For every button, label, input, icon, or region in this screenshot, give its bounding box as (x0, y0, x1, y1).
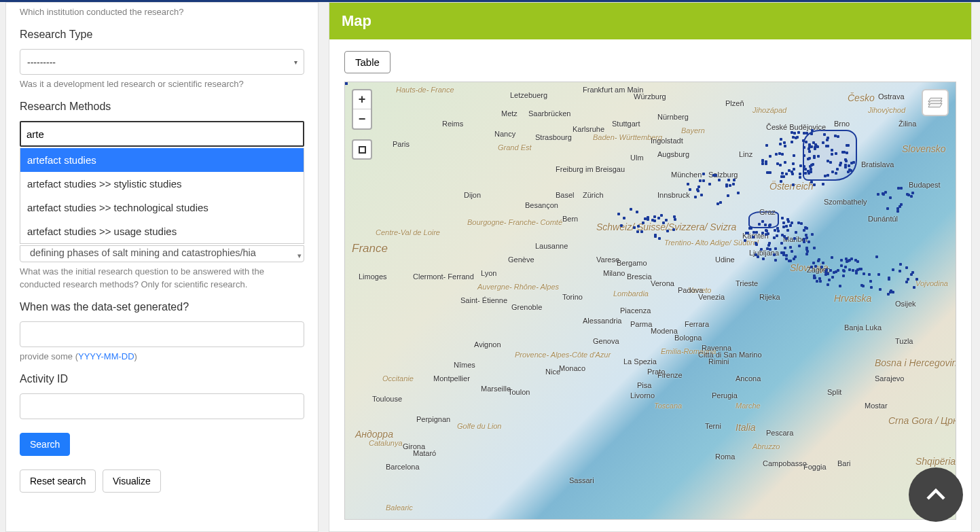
map-marker[interactable] (905, 281, 908, 283)
map-marker[interactable] (780, 180, 782, 183)
map-marker[interactable] (640, 230, 643, 233)
map-marker[interactable] (818, 258, 820, 261)
zoom-in-button[interactable]: + (353, 90, 371, 109)
map-marker[interactable] (848, 259, 851, 262)
map-marker[interactable] (822, 141, 824, 144)
map-marker[interactable] (805, 247, 808, 249)
map-marker[interactable] (852, 161, 855, 164)
map-marker[interactable] (850, 169, 852, 172)
map-marker[interactable] (702, 173, 705, 175)
map-marker[interactable] (847, 144, 850, 147)
map-marker[interactable] (817, 155, 820, 158)
map-marker[interactable] (824, 175, 827, 177)
map-marker[interactable] (788, 260, 791, 262)
map-marker[interactable] (762, 258, 765, 260)
map-marker[interactable] (882, 193, 885, 196)
map-marker[interactable] (795, 231, 797, 234)
map-marker[interactable] (637, 225, 640, 228)
map-marker[interactable] (769, 224, 772, 226)
map-marker[interactable] (805, 236, 808, 239)
fullscreen-button[interactable] (352, 139, 372, 160)
map-marker[interactable] (784, 247, 786, 249)
map-marker[interactable] (779, 143, 782, 145)
map-marker[interactable] (764, 224, 767, 226)
map-marker[interactable] (750, 227, 752, 230)
map-marker[interactable] (900, 203, 903, 206)
map-marker[interactable] (848, 268, 851, 271)
map-marker[interactable] (805, 234, 807, 236)
map-marker[interactable] (630, 208, 632, 211)
map-marker[interactable] (793, 132, 796, 135)
map-marker[interactable] (633, 226, 636, 229)
map-marker[interactable] (760, 248, 763, 251)
map-marker[interactable] (636, 230, 639, 233)
map-marker[interactable] (813, 274, 816, 277)
map-marker[interactable] (825, 268, 828, 271)
map-marker[interactable] (897, 187, 900, 190)
map-marker[interactable] (700, 194, 703, 196)
map-marker[interactable] (813, 247, 816, 249)
map-marker[interactable] (797, 131, 800, 134)
map-marker[interactable] (807, 172, 810, 175)
map-marker[interactable] (803, 241, 805, 243)
map-marker[interactable] (755, 231, 758, 234)
map-canvas[interactable]: + − FranceSchweiz/ Suisse/Svizzera/ Sviz… (344, 82, 956, 520)
zoom-out-button[interactable]: − (353, 109, 371, 128)
map-marker[interactable] (781, 153, 784, 156)
map-marker[interactable] (758, 223, 761, 226)
map-marker[interactable] (658, 237, 661, 240)
search-button[interactable]: Search (20, 433, 70, 456)
scroll-to-top-button[interactable] (909, 467, 963, 522)
map-marker[interactable] (789, 246, 792, 249)
map-marker[interactable] (800, 222, 803, 225)
map-marker[interactable] (822, 262, 824, 264)
map-marker[interactable] (825, 145, 828, 147)
visualize-button[interactable]: Visualize (103, 469, 161, 493)
map-marker[interactable] (699, 179, 702, 182)
map-marker[interactable] (733, 179, 736, 181)
map-marker[interactable] (757, 255, 759, 258)
map-marker[interactable] (687, 183, 689, 185)
map-marker[interactable] (804, 172, 807, 175)
map-marker[interactable] (766, 171, 769, 174)
map-marker[interactable] (773, 253, 776, 256)
map-marker[interactable] (653, 219, 656, 222)
map-marker[interactable] (840, 259, 843, 262)
map-marker[interactable] (899, 263, 902, 266)
map-marker[interactable] (844, 166, 847, 169)
map-marker[interactable] (911, 192, 914, 194)
map-marker[interactable] (869, 280, 872, 283)
map-marker[interactable] (811, 233, 814, 236)
map-marker[interactable] (769, 155, 772, 158)
map-marker[interactable] (767, 244, 770, 247)
map-marker[interactable] (665, 219, 668, 221)
map-marker[interactable] (822, 183, 824, 185)
map-marker[interactable] (805, 132, 808, 135)
map-marker[interactable] (769, 248, 772, 251)
map-marker[interactable] (856, 268, 859, 271)
map-marker[interactable] (793, 237, 796, 240)
map-marker[interactable] (780, 175, 783, 178)
map-marker[interactable] (792, 162, 795, 165)
map-marker[interactable] (813, 183, 816, 186)
map-marker[interactable] (899, 270, 901, 272)
map-marker[interactable] (765, 144, 768, 147)
map-marker[interactable] (785, 225, 788, 228)
map-marker[interactable] (852, 269, 854, 272)
map-marker[interactable] (855, 272, 858, 274)
map-marker[interactable] (910, 195, 913, 198)
map-marker[interactable] (837, 135, 839, 138)
map-marker[interactable] (828, 279, 831, 281)
map-marker[interactable] (813, 155, 816, 158)
map-marker[interactable] (799, 176, 801, 179)
map-marker[interactable] (783, 235, 786, 238)
map-marker[interactable] (911, 271, 914, 274)
map-marker[interactable] (732, 183, 735, 185)
map-marker[interactable] (657, 217, 660, 219)
map-marker[interactable] (862, 285, 865, 287)
scroll-down-icon[interactable]: ▾ (297, 251, 302, 260)
map-marker[interactable] (884, 191, 887, 194)
map-marker[interactable] (807, 241, 810, 243)
map-marker[interactable] (907, 278, 909, 281)
map-marker[interactable] (889, 196, 892, 199)
